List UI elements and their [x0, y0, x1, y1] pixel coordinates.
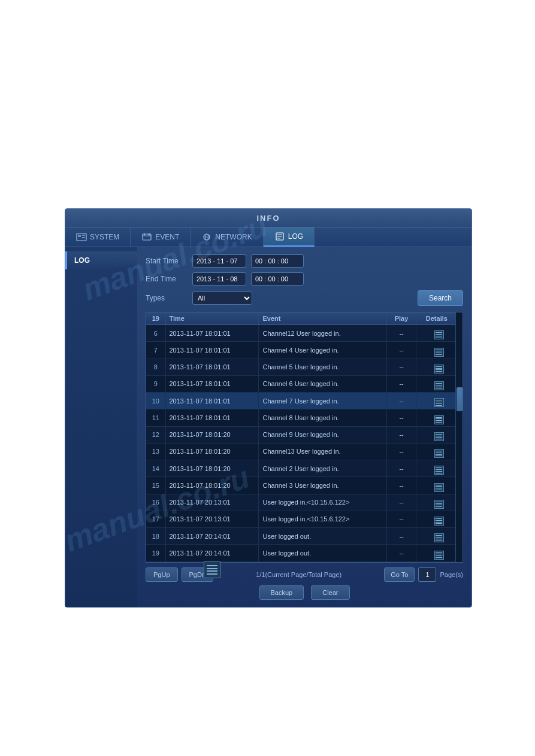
- page-num-input[interactable]: [418, 567, 436, 582]
- details-line: [436, 485, 442, 485]
- details-line: [436, 473, 442, 473]
- end-hms-input[interactable]: [251, 272, 304, 286]
- table-row[interactable]: 18 2013-11-07 20:14:01 User logged out. …: [146, 528, 463, 545]
- row-time: 2013-11-07 18:01:01: [165, 325, 259, 342]
- table-row[interactable]: 13 2013-11-07 18:01:20 Channel13 User lo…: [146, 443, 463, 460]
- start-hms-input[interactable]: [251, 254, 304, 268]
- details-line: [436, 422, 442, 423]
- details-line: [436, 403, 442, 404]
- details-line: [436, 369, 442, 370]
- icon-line-3: [207, 570, 217, 572]
- table-row[interactable]: 8 2013-11-07 18:01:01 Channel 5 User log…: [146, 359, 463, 375]
- row-num: 15: [146, 477, 165, 494]
- event-icon: [141, 233, 152, 241]
- scrollbar[interactable]: [455, 312, 463, 562]
- details-line: [436, 383, 442, 384]
- table-row[interactable]: 10 2013-11-07 18:01:01 Channel 7 User lo…: [146, 393, 463, 409]
- tab-system[interactable]: SYSTEM: [65, 227, 131, 247]
- details-button[interactable]: [434, 483, 444, 492]
- row-play: --: [387, 511, 416, 527]
- details-line: [436, 351, 442, 351]
- details-line: [436, 541, 442, 541]
- details-button[interactable]: [434, 398, 444, 407]
- details-button[interactable]: [434, 432, 444, 441]
- details-button[interactable]: [434, 415, 444, 424]
- details-line: [436, 338, 442, 338]
- details-line: [436, 554, 442, 554]
- details-line: [436, 354, 442, 355]
- details-button[interactable]: [434, 449, 444, 458]
- end-time-label: End Time: [146, 275, 188, 283]
- row-time: 2013-11-07 18:01:01: [165, 375, 259, 392]
- col-num: 19: [146, 312, 165, 325]
- table-row[interactable]: 11 2013-11-07 18:01:01 Channel 8 User lo…: [146, 409, 463, 426]
- svg-rect-1: [78, 235, 81, 237]
- tab-log[interactable]: LOG: [264, 227, 315, 247]
- table-row[interactable]: 15 2013-11-07 18:01:20 Channel 3 User lo…: [146, 477, 463, 494]
- details-button[interactable]: [434, 500, 444, 509]
- tab-log-label: LOG: [288, 232, 303, 241]
- row-event: Channel 7 User logged in.: [259, 393, 387, 409]
- details-line: [436, 353, 442, 353]
- details-button[interactable]: [434, 517, 444, 526]
- details-line: [436, 505, 442, 505]
- table-row[interactable]: 9 2013-11-07 18:01:01 Channel 6 User log…: [146, 375, 463, 392]
- row-event: Channel 8 User logged in.: [259, 409, 387, 426]
- details-line: [436, 420, 442, 421]
- row-time: 2013-11-07 18:01:01: [165, 409, 259, 426]
- table-row[interactable]: 14 2013-11-07 18:01:20 Channel 2 User lo…: [146, 460, 463, 477]
- details-line: [436, 506, 442, 507]
- types-row: Types All Search: [146, 290, 463, 306]
- end-date-input[interactable]: [192, 272, 246, 286]
- pages-label: Page(s): [440, 571, 463, 578]
- table-row[interactable]: 19 2013-11-07 20:14:01 User logged out. …: [146, 545, 463, 561]
- pgup-button[interactable]: PgUp: [146, 567, 178, 582]
- main-window: INFO SYSTEM: [65, 208, 472, 608]
- row-time: 2013-11-07 18:01:01: [165, 359, 259, 375]
- sidebar-item-log[interactable]: LOG: [65, 251, 137, 269]
- clear-button[interactable]: Clear: [311, 585, 349, 600]
- row-num: 16: [146, 494, 165, 511]
- icon-line-1: [207, 565, 217, 566]
- tab-event[interactable]: EVENT: [131, 227, 191, 247]
- details-button[interactable]: [434, 551, 444, 560]
- table-row[interactable]: 7 2013-11-07 18:01:01 Channel 4 User log…: [146, 342, 463, 359]
- details-line: [436, 371, 442, 372]
- col-event: Event: [259, 312, 387, 325]
- details-line: [436, 488, 442, 488]
- start-date-input[interactable]: [192, 254, 246, 268]
- details-button[interactable]: [434, 533, 444, 542]
- table-row[interactable]: 6 2013-11-07 18:01:01 Channel12 User log…: [146, 325, 463, 342]
- details-button[interactable]: [434, 330, 444, 339]
- details-line: [436, 334, 442, 335]
- row-num: 10: [146, 393, 165, 409]
- search-button[interactable]: Search: [418, 290, 463, 306]
- tab-network[interactable]: NETWORK: [191, 227, 263, 247]
- row-play: --: [387, 528, 416, 545]
- details-button[interactable]: [434, 466, 444, 475]
- row-num: 6: [146, 325, 165, 342]
- details-line: [436, 332, 442, 333]
- types-select[interactable]: All: [192, 292, 252, 305]
- start-time-label: Start Time: [146, 257, 188, 265]
- details-line: [436, 522, 442, 523]
- details-line: [436, 439, 442, 439]
- table-row[interactable]: 17 2013-11-07 20:13:01 User logged in.<1…: [146, 511, 463, 527]
- backup-button[interactable]: Backup: [259, 585, 304, 600]
- details-line: [436, 418, 442, 419]
- details-button[interactable]: [434, 348, 444, 357]
- row-event: Channel12 User logged in.: [259, 325, 387, 342]
- row-num: 12: [146, 426, 165, 443]
- row-event: Channel 5 User logged in.: [259, 359, 387, 375]
- svg-rect-6: [144, 233, 145, 235]
- scrollbar-thumb: [457, 387, 463, 411]
- table-row[interactable]: 16 2013-11-07 20:13:01 User logged in.<1…: [146, 494, 463, 511]
- details-button[interactable]: [434, 365, 444, 374]
- start-time-row: Start Time: [146, 254, 463, 268]
- content-area: LOG Start Time End Time Types All: [65, 247, 471, 607]
- table-row[interactable]: 12 2013-11-07 18:01:20 Channel 9 User lo…: [146, 426, 463, 443]
- details-line: [436, 453, 442, 453]
- goto-button[interactable]: Go To: [384, 567, 415, 582]
- details-button[interactable]: [434, 381, 444, 390]
- row-num: 8: [146, 359, 165, 375]
